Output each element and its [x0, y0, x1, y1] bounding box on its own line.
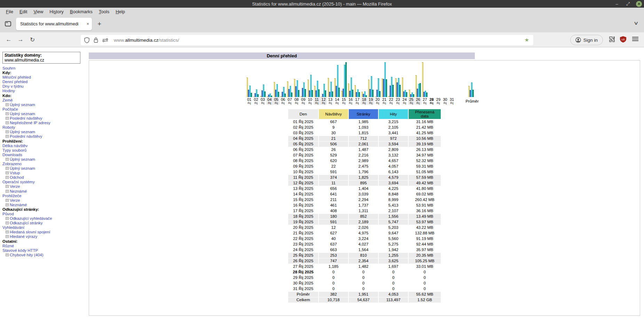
sidebar-link[interactable]: Roboty: [2, 125, 88, 130]
firefox-view-icon[interactable]: [5, 21, 11, 26]
table-cell: 26: [319, 147, 348, 152]
sidebar-link[interactable]: Operační systémy: [2, 180, 88, 184]
menu-tools[interactable]: Tools: [96, 8, 112, 15]
bar-group: [449, 62, 455, 97]
menu-edit[interactable]: Edit: [16, 8, 30, 15]
forward-button[interactable]: →: [15, 36, 26, 43]
new-tab-button[interactable]: +: [97, 20, 101, 28]
list-all-tabs-icon[interactable]: ∨: [633, 20, 638, 26]
minimize-button[interactable]: –: [614, 1, 620, 7]
sidebar-link[interactable]: Poslední návštěvy: [2, 116, 88, 121]
url-text: www.allmultimedia.cz/statistics/: [114, 38, 179, 43]
sidebar-link[interactable]: Různé: [2, 244, 88, 248]
sidebar-link[interactable]: Odkazující stránky: [2, 221, 88, 225]
table-cell: 43.22 MB: [409, 225, 441, 230]
sidebar-link[interactable]: Úplný seznam: [2, 130, 88, 134]
table-cell: 0: [409, 275, 441, 280]
table-row: 07 Řij 20255292,2163,13234.97 MB: [288, 153, 441, 158]
menu-help[interactable]: Help: [112, 8, 128, 15]
sidebar-link[interactable]: Hledané výrazy: [2, 234, 88, 239]
bar-p-enesen-data-mb-: [472, 90, 474, 97]
day-label: 27Řij: [422, 97, 428, 105]
menu-file[interactable]: File: [3, 8, 16, 15]
table-row: 30 Řij 20250000: [288, 281, 441, 286]
sidebar-link[interactable]: Chybové hity (404): [2, 253, 88, 257]
table-cell: 41.80 MB: [409, 186, 441, 191]
ublock-origin-icon[interactable]: uB: [620, 36, 627, 43]
sidebar-link[interactable]: Měsíční přehled: [2, 75, 88, 80]
tab-close-icon[interactable]: ×: [86, 21, 89, 26]
table-cell: 4,657: [379, 158, 408, 163]
close-button[interactable]: ✕: [636, 1, 642, 7]
sidebar-link[interactable]: Dny v týdnu: [2, 84, 88, 89]
sidebar-link[interactable]: Neznámé: [2, 189, 88, 194]
sidebar-link[interactable]: Verze: [2, 198, 88, 203]
sidebar-link[interactable]: Úplný seznam: [2, 157, 88, 162]
sidebar-link[interactable]: Vyhledávání: [2, 225, 88, 230]
sidebar-link[interactable]: Původ: [2, 212, 88, 216]
sidebar-link[interactable]: Souhrn: [2, 66, 88, 71]
sidebar-link[interactable]: Denní přehled: [2, 80, 88, 84]
sidebar-link[interactable]: Odkazující vyhledávače: [2, 216, 88, 221]
active-tab[interactable]: Statistics for www.allmultimedi ×: [16, 18, 92, 30]
table-cell: 620: [319, 158, 348, 163]
table-cell: 31.16 MB: [409, 119, 441, 125]
sign-in-label: Sign in: [583, 38, 598, 43]
back-button[interactable]: ←: [3, 36, 15, 43]
table-cell: 03 Řij 2025: [288, 130, 318, 136]
menu-bookmarks[interactable]: Bookmarks: [67, 8, 96, 15]
day-label: 07Řij: [286, 97, 293, 105]
app-menu-button[interactable]: [632, 36, 638, 42]
url-bar[interactable]: www.allmultimedia.cz/statistics/ ★: [81, 35, 533, 45]
bar-p-enesen-data-mb-: [426, 93, 427, 97]
bar-p-enesen-data-mb-: [352, 90, 353, 97]
table-cell: 3,215: [379, 119, 408, 125]
sidebar-link[interactable]: Poslední návštěvy: [2, 134, 88, 139]
bar-p-enesen-data-mb-: [278, 92, 279, 97]
sidebar-link[interactable]: Nepřeložené IP adresy: [2, 121, 88, 125]
sidebar-link[interactable]: Odchod: [2, 175, 88, 180]
reload-button[interactable]: ↻: [26, 36, 38, 43]
sidebar-link[interactable]: Prohlížeče: [2, 194, 88, 198]
table-cell: 5,413: [379, 203, 408, 208]
bookmark-star-icon[interactable]: ★: [525, 37, 529, 43]
table-cell: 55.62 MB: [409, 292, 441, 297]
menu-history[interactable]: History: [46, 8, 66, 15]
sidebar-link[interactable]: Typy souborů: [2, 148, 88, 153]
bar-p-enesen-data-mb-: [392, 85, 394, 97]
tracking-shield-icon[interactable]: [84, 37, 89, 43]
table-cell: 529: [319, 153, 348, 158]
sidebar-link[interactable]: Vstup: [2, 171, 88, 175]
sidebar-link[interactable]: Délka návštěv: [2, 144, 88, 148]
lock-icon[interactable]: [94, 37, 98, 43]
bar-p-enesen-data-mb-: [399, 85, 401, 97]
bar-group: [354, 62, 360, 97]
extensions-puzzle-icon[interactable]: [608, 36, 615, 43]
sidebar-link[interactable]: Počítače: [2, 107, 88, 112]
table-cell: 810: [349, 253, 378, 258]
sidebar-link[interactable]: Hodiny: [2, 89, 88, 93]
table-row: 16 Řij 20254611,7375,41353.91 MB: [288, 203, 441, 208]
permissions-icon[interactable]: [102, 37, 108, 43]
table-cell: 747: [319, 258, 348, 264]
maximize-button[interactable]: ⤢: [625, 1, 631, 7]
menu-view[interactable]: View: [30, 8, 46, 15]
table-row: 19 Řij 20255912,1895,74753.97 MB: [288, 219, 441, 225]
sidebar-link[interactable]: Země: [2, 98, 88, 103]
sidebar-section-header: Kdo:: [2, 94, 88, 98]
day-label: 26Řij: [415, 97, 422, 105]
sidebar-link[interactable]: Downloads: [2, 153, 88, 157]
chart-bars-area: [246, 62, 490, 97]
sidebar-link[interactable]: Úplný seznam: [2, 166, 88, 171]
sidebar-link[interactable]: Hledaná slovní spojení: [2, 230, 88, 234]
sign-in-button[interactable]: Sign in: [570, 35, 603, 45]
table-row: 29 Řij 20250000: [288, 275, 441, 280]
day-label: 04Řij: [266, 97, 273, 105]
sidebar-link[interactable]: Úplný seznam: [2, 103, 88, 107]
sidebar-link[interactable]: Neznámé: [2, 203, 88, 207]
sidebar-link[interactable]: Stavové kódy HTTP: [2, 248, 88, 253]
sidebar-link[interactable]: Úplný seznam: [2, 112, 88, 116]
sidebar-link[interactable]: Verze: [2, 184, 88, 189]
sidebar-link[interactable]: Zobrazeno: [2, 162, 88, 166]
table-cell: 53.91 MB: [409, 203, 441, 208]
